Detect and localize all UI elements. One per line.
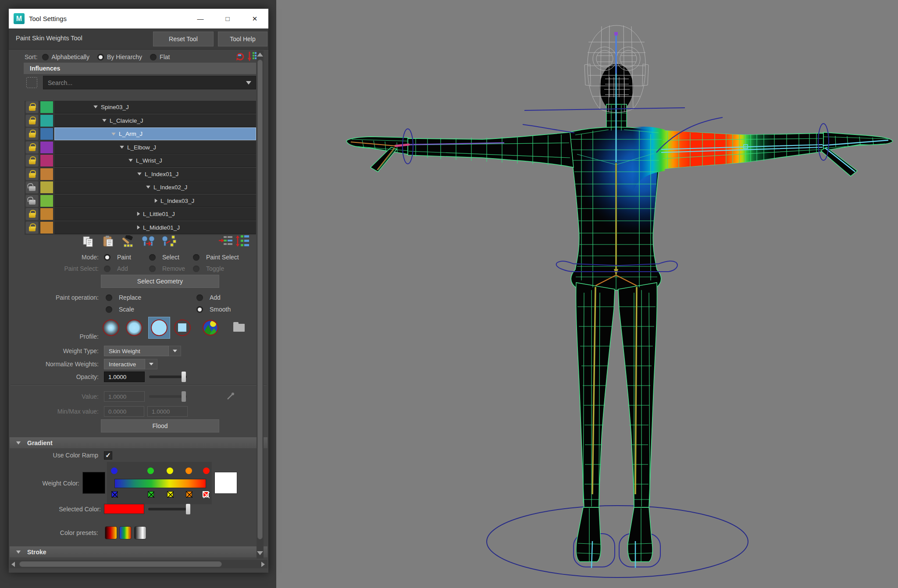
horizontal-scroll-thumb[interactable]: [19, 561, 222, 567]
expand-icon[interactable]: [146, 186, 150, 188]
ramp-stop-blue[interactable]: [111, 468, 118, 474]
ramp-key-yellow[interactable]: [167, 491, 173, 497]
sort-influences-icon[interactable]: [247, 51, 257, 62]
brush-soft-icon[interactable]: [126, 319, 143, 336]
influence-color-swatch[interactable]: [40, 181, 53, 194]
preset-fire-swatch[interactable]: [105, 526, 117, 539]
move-weights-target-icon[interactable]: [161, 235, 176, 247]
search-box[interactable]: [43, 76, 256, 89]
influence-row[interactable]: L_Clavicle_J: [25, 114, 256, 127]
paste-weights-icon[interactable]: [103, 235, 114, 247]
mode-paint-radio[interactable]: [104, 254, 110, 261]
influence-color-swatch[interactable]: [40, 208, 53, 220]
expand-icon[interactable]: [137, 173, 142, 175]
paint-op-scale-radio[interactable]: [106, 306, 112, 313]
lock-button[interactable]: [25, 208, 39, 220]
reset-tool-button[interactable]: Reset Tool: [153, 32, 214, 46]
brush-gaussian-icon[interactable]: [103, 319, 119, 336]
mode-select-radio[interactable]: [149, 254, 156, 261]
paint-op-smooth-radio[interactable]: [196, 306, 203, 313]
selected-color-swatch[interactable]: [104, 504, 144, 514]
lock-button[interactable]: [25, 168, 39, 181]
paint-op-add-radio[interactable]: [196, 294, 203, 301]
preset-grayscale-swatch[interactable]: [134, 526, 146, 539]
horizontal-scrollbar[interactable]: [10, 560, 267, 568]
flood-button[interactable]: Flood: [101, 419, 219, 432]
scroll-right-icon[interactable]: [261, 562, 265, 567]
expand-icon[interactable]: [93, 106, 98, 108]
close-button[interactable]: ✕: [241, 9, 268, 28]
influence-color-swatch[interactable]: [40, 154, 53, 167]
sort-by-hierarchy-radio[interactable]: [97, 54, 104, 60]
weight-hammer-icon[interactable]: [120, 235, 133, 248]
ramp-key-orange[interactable]: [186, 491, 192, 497]
influence-row[interactable]: L_Elbow_J: [25, 141, 256, 154]
influence-row[interactable]: L_Index03_J: [25, 195, 256, 207]
copy-weights-icon[interactable]: [82, 236, 95, 247]
brush-image-icon[interactable]: [202, 319, 219, 336]
tool-help-button[interactable]: Tool Help: [218, 32, 267, 46]
search-input[interactable]: [43, 79, 246, 87]
viewport-3d[interactable]: [276, 0, 898, 588]
brush-solid-icon[interactable]: [151, 319, 167, 336]
selected-color-slider[interactable]: [148, 508, 190, 510]
section-collapse-icon[interactable]: [16, 441, 21, 444]
influence-row[interactable]: L_Index01_J: [25, 168, 256, 181]
ramp-stop-orange[interactable]: [185, 468, 192, 474]
cycle-influences-icon[interactable]: [235, 234, 249, 248]
expand-icon[interactable]: [111, 132, 116, 135]
influence-filter-icon[interactable]: [26, 77, 37, 88]
influence-color-swatch[interactable]: [40, 128, 53, 140]
scroll-down-icon[interactable]: [257, 551, 263, 555]
ramp-gradient-bar[interactable]: [114, 479, 206, 488]
influence-color-swatch[interactable]: [40, 101, 53, 113]
influence-color-swatch[interactable]: [40, 114, 53, 127]
ramp-key-green[interactable]: [148, 491, 154, 497]
influence-color-swatch[interactable]: [40, 168, 53, 181]
vertical-scroll-thumb[interactable]: [257, 60, 263, 539]
chevron-down-icon[interactable]: [169, 346, 181, 356]
influence-row[interactable]: L_Index02_J: [25, 181, 256, 194]
influence-color-swatch[interactable]: [40, 221, 53, 234]
title-bar[interactable]: M Tool Settings — □ ✕: [9, 9, 268, 28]
gradient-section-header[interactable]: Gradient: [10, 437, 267, 448]
expand-icon[interactable]: [128, 159, 133, 162]
expand-icon[interactable]: [120, 146, 124, 149]
lock-button[interactable]: [25, 101, 39, 113]
lock-button[interactable]: [25, 141, 39, 154]
lock-button[interactable]: [25, 154, 39, 167]
browse-image-folder-icon[interactable]: [233, 324, 245, 332]
weight-color-black-swatch[interactable]: [82, 472, 105, 494]
ramp-key-red-selected[interactable]: [203, 491, 209, 497]
mode-paint-select-radio[interactable]: [193, 254, 200, 261]
ramp-stop-red[interactable]: [203, 468, 210, 474]
opacity-input[interactable]: 1.0000: [104, 372, 145, 382]
use-color-ramp-checkbox[interactable]: ✓: [104, 451, 112, 460]
refresh-influences-icon[interactable]: [235, 52, 246, 61]
chevron-down-icon[interactable]: [145, 359, 157, 369]
collapse-icon[interactable]: [155, 198, 157, 203]
minimize-button[interactable]: —: [187, 9, 214, 28]
influence-row-selected[interactable]: L_Arm_J: [25, 128, 256, 140]
scroll-left-icon[interactable]: [11, 562, 15, 567]
sort-alphabetically-radio[interactable]: [42, 54, 49, 60]
ramp-stop-green[interactable]: [147, 468, 154, 474]
unlock-button[interactable]: [25, 195, 39, 207]
paint-op-replace-radio[interactable]: [106, 294, 112, 301]
brush-square-icon[interactable]: [174, 319, 191, 336]
influence-color-swatch[interactable]: [40, 195, 53, 207]
lock-button[interactable]: [25, 114, 39, 127]
ramp-stop-yellow[interactable]: [167, 468, 173, 474]
influence-row[interactable]: L_Little01_J: [25, 208, 256, 220]
section-collapse-icon[interactable]: [16, 550, 21, 553]
scroll-up-icon[interactable]: [257, 53, 263, 57]
influence-row[interactable]: L_Wrist_J: [25, 154, 256, 167]
influence-row[interactable]: L_Middle01_J: [25, 221, 256, 234]
influence-row[interactable]: Spine03_J: [25, 101, 256, 113]
normalize-weights-dropdown[interactable]: Interactive: [104, 359, 157, 369]
preset-rainbow-swatch[interactable]: [119, 526, 132, 539]
weight-type-dropdown[interactable]: Skin Weight: [104, 346, 181, 356]
lock-button[interactable]: [25, 221, 39, 234]
weight-color-white-swatch[interactable]: [214, 472, 237, 494]
vertical-scrollbar[interactable]: [257, 50, 264, 559]
